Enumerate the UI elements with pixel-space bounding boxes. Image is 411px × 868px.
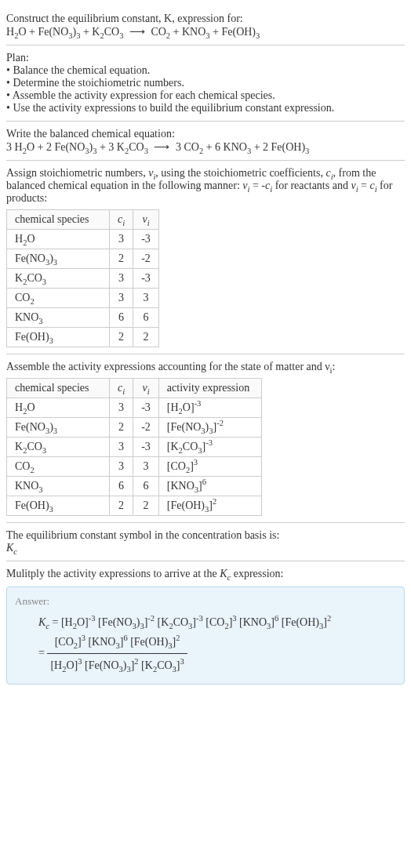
stoich-table: chemical species ci νi H2O3-3 Fe(NO3)32-… [6,209,159,347]
species-cell: H2O [7,230,110,249]
ci-cell: 2 [110,418,133,438]
table-row: CO233 [7,289,159,308]
table-row: Fe(NO3)32-2 [7,249,159,269]
plan-title: Plan: [6,52,405,64]
multiply-section: Mulitply the activity expressions to arr… [6,561,405,691]
species-cell: K2CO3 [7,438,110,457]
activity-cell: [KNO3]6 [158,477,261,496]
ci-cell: 2 [110,249,133,269]
stoich-title: Assign stoichiometric numbers, νi, using… [6,167,405,205]
ci-cell: 6 [110,308,133,328]
table-row: K2CO33-3 [7,269,159,289]
vi-cell: -3 [133,398,159,418]
species-cell: CO2 [7,457,110,477]
col-vi: νi [133,379,159,398]
species-cell: Fe(OH)3 [7,496,110,516]
text: for reactants and [272,180,351,191]
text: Mulitply the activity expressions to arr… [6,568,220,579]
text: , using the stoichiometric coefficients, [155,167,326,179]
stoich-section: Assign stoichiometric numbers, νi, using… [6,161,405,354]
coef: 3 [176,141,181,153]
balanced-title: Write the balanced chemical equation: [6,128,405,140]
balanced-section: Write the balanced chemical equation: 3 … [6,122,405,161]
plan-item-text: Balance the chemical equation. [13,64,150,76]
col-species: chemical species [7,210,110,230]
col-species: chemical species [7,379,110,398]
ci-cell: 2 [110,496,133,516]
ci-cell: 3 [110,438,133,457]
balanced-equation: 3 H2O + 2 Fe(NO3)3 + 3 K2CO3 ⟶ 3 CO2 + 6… [6,140,405,154]
activity-table: chemical species ci νi activity expressi… [6,378,262,516]
kc-symbol-section: The equilibrium constant symbol in the c… [6,523,405,561]
answer-box: Answer: Kc = [H2O]-3 [Fe(NO3)3]-2 [K2CO3… [6,587,405,685]
vi-cell: 6 [133,308,159,328]
multiply-title: Mulitply the activity expressions to arr… [6,568,405,580]
coef: 2 [263,141,268,153]
reaction-arrow-icon: ⟶ [126,26,148,38]
activity-cell: [Fe(OH)3]2 [158,496,261,516]
col-ci: ci [110,379,133,398]
vi-cell: -2 [133,418,159,438]
coef: 3 [108,141,114,153]
species-cell: K2CO3 [7,269,110,289]
table-row: CO233[CO2]3 [7,457,262,477]
table-row: H2O3-3 [7,230,159,249]
vi-cell: 2 [133,328,159,347]
text: : [333,361,336,372]
ci-cell: 3 [110,230,133,249]
coef: 3 [6,141,12,153]
vi-cell: -3 [133,438,159,457]
vi-cell: -3 [133,230,159,249]
col-activity: activity expression [158,379,261,398]
table-row: H2O3-3[H2O]-3 [7,398,262,418]
species-cell: CO2 [7,289,110,308]
table-row: K2CO33-3[K2CO3]-3 [7,438,262,457]
kc-flat-expression: Kc = [H2O]-3 [Fe(NO3)3]-2 [K2CO3]-3 [CO2… [38,612,396,632]
vi-cell: 6 [133,477,159,496]
species-cell: Fe(NO3)3 [7,249,110,269]
ci-cell: 3 [110,289,133,308]
kc-symbol-title: The equilibrium constant symbol in the c… [6,529,405,542]
kc-symbol: Kc [6,542,405,554]
activity-section: Assemble the activity expressions accoun… [6,354,405,523]
header-equation: H2O + Fe(NO3)3 + K2CO3 ⟶ CO2 + KNO3 + Fe… [6,25,405,38]
species-cell: H2O [7,398,110,418]
vi-cell: 2 [133,496,159,516]
table-row: KNO366 [7,308,159,328]
table-row: Fe(OH)322 [7,328,159,347]
text: Assemble the activity expressions accoun… [6,361,330,372]
header-section: Construct the equilibrium constant, K, e… [6,6,405,45]
plan-item-text: Assemble the activity expression for eac… [13,89,275,101]
kc-fraction-expression: = [CO2]3 [KNO3]6 [Fe(OH)3]2 [H2O]3 [Fe(N… [38,632,396,675]
table-row: KNO366[KNO3]6 [7,477,262,496]
reaction-arrow-icon: ⟶ [151,141,173,153]
vi-cell: 3 [133,457,159,477]
text: Assign stoichiometric numbers, [6,167,148,179]
ci-cell: 6 [110,477,133,496]
vi-cell: 3 [133,289,159,308]
ci-cell: 3 [110,457,133,477]
fraction-numerator: [CO2]3 [KNO3]6 [Fe(OH)3]2 [47,632,187,654]
species-cell: Fe(NO3)3 [7,418,110,438]
ci-cell: 3 [110,398,133,418]
header-prompt: Construct the equilibrium constant, K, e… [6,13,405,25]
table-row: Fe(OH)322[Fe(OH)3]2 [7,496,262,516]
vi-cell: -3 [133,269,159,289]
activity-cell: [CO2]3 [158,457,261,477]
col-ci: ci [110,210,133,230]
species-cell: KNO3 [7,308,110,328]
fraction: [CO2]3 [KNO3]6 [Fe(OH)3]2 [H2O]3 [Fe(NO3… [47,632,187,675]
ci-cell: 3 [110,269,133,289]
ci-cell: 2 [110,328,133,347]
species-cell: Fe(OH)3 [7,328,110,347]
plan-item-text: Determine the stoichiometric numbers. [13,77,184,89]
col-vi: νi [133,210,159,230]
plan-item: • Balance the chemical equation. [6,64,405,77]
fraction-denominator: [H2O]3 [Fe(NO3)3]2 [K2CO3]3 [47,654,187,675]
text: expression: [231,568,283,579]
activity-cell: [Fe(NO3)3]-2 [158,418,261,438]
vi-cell: -2 [133,249,159,269]
species-cell: KNO3 [7,477,110,496]
activity-title: Assemble the activity expressions accoun… [6,361,405,373]
plan-item-text: Use the activity expressions to build th… [13,102,334,114]
